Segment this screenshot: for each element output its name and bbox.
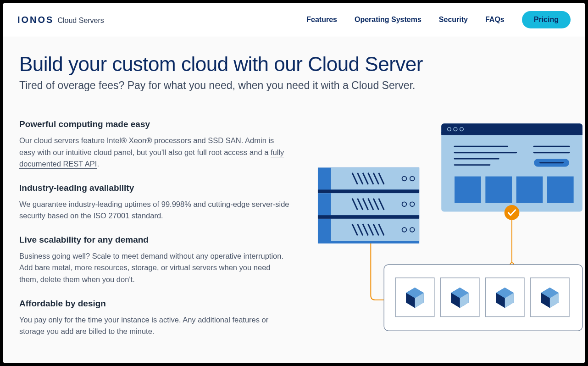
feature-title: Powerful computing made easy	[19, 119, 290, 129]
svg-rect-49	[516, 177, 543, 203]
svg-rect-3	[318, 189, 419, 193]
nav-features[interactable]: Features	[306, 16, 337, 24]
brand[interactable]: IONOS Cloud Servers	[17, 15, 104, 25]
feature-body: Business going well? Scale to meet deman…	[19, 250, 290, 286]
svg-rect-50	[547, 177, 574, 203]
brand-sub: Cloud Servers	[57, 17, 104, 25]
feature-title: Industry-leading availability	[19, 183, 290, 193]
nav-operating-systems[interactable]: Operating Systems	[355, 16, 422, 24]
feature-title: Affordable by design	[19, 299, 290, 309]
feature-body: Our cloud servers feature Intel® Xeon® p…	[19, 135, 290, 170]
svg-rect-48	[485, 177, 512, 203]
svg-rect-14	[318, 215, 419, 219]
hero-illustration	[299, 119, 569, 350]
primary-nav: Features Operating Systems Security FAQs…	[306, 11, 571, 28]
pricing-button[interactable]: Pricing	[522, 11, 571, 28]
feature-title: Live scalability for any demand	[19, 235, 290, 245]
feature-body: You pay only for the time your instance …	[19, 314, 290, 338]
feature-scalability: Live scalability for any demand Business…	[19, 235, 290, 286]
cloud-diagram-icon	[299, 115, 585, 344]
nav-faqs[interactable]: FAQs	[485, 16, 505, 24]
main-content: Build your custom cloud with our Cloud S…	[3, 37, 585, 363]
feature-affordable: Affordable by design You pay only for th…	[19, 299, 290, 338]
page-title: Build your custom cloud with our Cloud S…	[19, 53, 569, 76]
page-subtitle: Tired of overage fees? Pay for what you …	[19, 79, 569, 92]
brand-logo: IONOS	[17, 15, 54, 25]
feature-computing: Powerful computing made easy Our cloud s…	[19, 119, 290, 170]
nav-security[interactable]: Security	[439, 16, 468, 24]
svg-point-51	[505, 205, 520, 220]
feature-availability: Industry-leading availability We guarant…	[19, 183, 290, 222]
svg-rect-47	[455, 177, 481, 203]
site-header: IONOS Cloud Servers Features Operating S…	[3, 3, 585, 37]
svg-rect-35	[441, 132, 582, 135]
feature-list: Powerful computing made easy Our cloud s…	[19, 119, 290, 350]
feature-body: We guarantee industry-leading uptimes of…	[19, 199, 290, 222]
